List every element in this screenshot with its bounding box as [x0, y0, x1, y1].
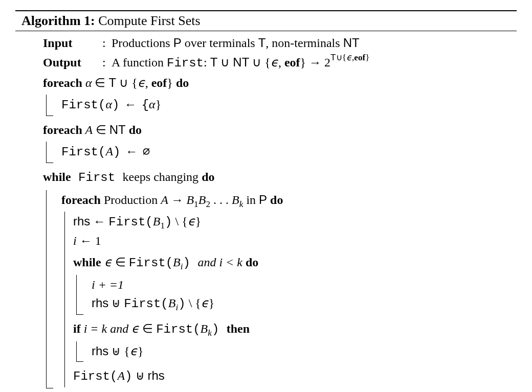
io-colon: : [102, 54, 112, 72]
output-label: Output [43, 54, 102, 72]
output-row: Output : A function First: T ∪ NT ∪ {ϵ, … [43, 54, 517, 72]
line-foreach-alpha: foreach α ∈ T ∪ {ϵ, eof} do [43, 74, 517, 91]
algorithm-box: Algorithm 1: Compute First Sets Input : … [15, 10, 517, 392]
line-rhs-union: rhs ⊎ First(Bi) \ {ϵ} [92, 294, 517, 313]
input-row: Input : Productions P over terminals T, … [43, 34, 517, 52]
algorithm-body: Input : Productions P over terminals T, … [15, 34, 517, 392]
rule-top [15, 10, 517, 11]
block-inner-while: i + =1 rhs ⊎ First(Bi) \ {ϵ} [73, 275, 517, 315]
line-inner-while: while ϵ ∈ First(Bi) and i < k do [73, 253, 517, 272]
block-while: foreach Production A → B1B2 . . . Bk in … [43, 190, 517, 389]
algorithm-number: Algorithm 1: [21, 13, 95, 28]
line-first-A-empty: First(A) ← ∅ [61, 143, 517, 161]
block-if: rhs ⊎ {ϵ} [73, 341, 517, 362]
line-rhs-init: rhs ← First(B1) \ {ϵ} [73, 213, 517, 231]
algorithm-title: Algorithm 1: Compute First Sets [15, 12, 517, 30]
block-foreach-prod: rhs ← First(B1) \ {ϵ} i ← 1 while ϵ ∈ Fi… [61, 212, 517, 388]
block-foreach-alpha: First(α) ← {α} [43, 95, 517, 116]
line-i-init: i ← 1 [73, 232, 517, 249]
rule-mid [15, 31, 517, 31]
block-foreach-A: First(A) ← ∅ [43, 142, 517, 163]
output-content: A function First: T ∪ NT ∪ {ϵ, eof} → 2T… [112, 54, 517, 72]
exponent: T∪{ϵ,eof} [330, 53, 370, 62]
line-rhs-eps: rhs ⊎ {ϵ} [92, 342, 517, 360]
algorithm-name: Compute First Sets [95, 13, 201, 28]
line-first-A-union: First(A) ⊎ rhs [73, 367, 517, 385]
line-foreach-prod: foreach Production A → B1B2 . . . Bk in … [61, 191, 517, 209]
input-content: Productions P over terminals T, non-term… [112, 34, 517, 52]
line-foreach-A: foreach A ∈ NT do [43, 121, 517, 139]
io-colon: : [102, 34, 112, 52]
line-first-alpha-assign: First(α) ← {α} [61, 96, 517, 114]
line-i-incr: i + =1 [92, 276, 517, 293]
line-while-changing: while First keeps changing do [43, 168, 517, 187]
input-label: Input [43, 34, 102, 52]
line-if: if i = k and ϵ ∈ First(Bk) then [73, 320, 517, 338]
